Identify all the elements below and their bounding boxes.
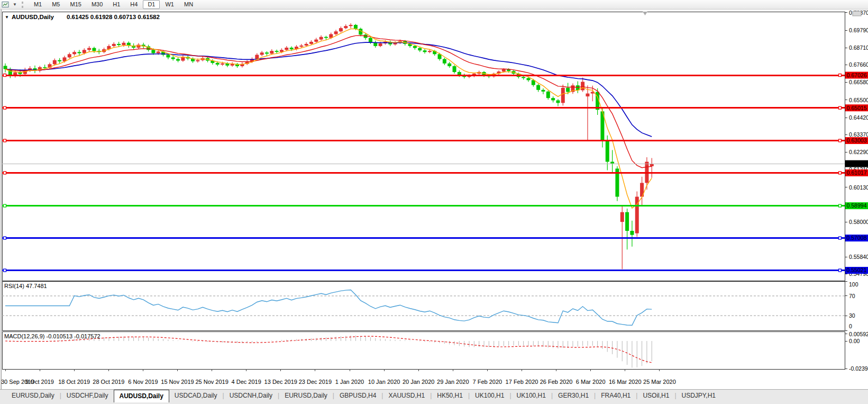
tab-fra40-h1[interactable]: FRA40,H1 [596, 390, 636, 402]
candle-body [344, 26, 348, 28]
chart-title-ohlc: 0.61425 0.61928 0.60713 0.61582 [67, 14, 160, 20]
axis-label: 0.63003 [847, 137, 867, 143]
axis-label: 17 Feb 2020 [506, 379, 538, 385]
line-anchor-handle[interactable] [839, 237, 842, 239]
candle-body [566, 88, 570, 92]
candle-body [83, 50, 86, 53]
toolbar: ▼ M1M5M15M30H1H4D1W1MN [0, 0, 868, 10]
chart-area[interactable]: 0.708700.697900.687100.676600.665800.655… [0, 10, 868, 389]
candle-body [606, 141, 609, 162]
tab-usdchf-daily[interactable]: USDCHF,Daily [61, 390, 114, 402]
line-anchor-handle[interactable] [4, 172, 6, 174]
axis-label: 0.55840 [849, 254, 868, 260]
candle-body [92, 48, 96, 51]
axis-label: 0.58994 [847, 202, 867, 209]
chart-title-symbol: AUDUSD,Daily [12, 14, 54, 20]
candle-body [625, 212, 629, 231]
tab-usoil-h1[interactable]: USOil,H1 [637, 390, 674, 402]
tab-uk100-h1[interactable]: UK100,H1 [470, 390, 509, 402]
tab-usdcad-daily[interactable]: USDCAD,Daily [169, 390, 223, 402]
mt4-window: ▼ M1M5M15M30H1H4D1W1MN 0.708700.697900.6… [0, 0, 868, 404]
timeframe-button-m15[interactable]: M15 [65, 0, 86, 9]
tab-eurusd-daily[interactable]: EURUSD,Daily [279, 390, 333, 402]
axis-label: 0.65015 [847, 105, 867, 111]
candle-body [285, 48, 288, 50]
candle-body [157, 51, 160, 53]
line-anchor-handle[interactable] [839, 269, 842, 272]
candle-body [58, 60, 61, 61]
line-anchor-handle[interactable] [839, 172, 842, 174]
timeframe-button-m1[interactable]: M1 [29, 0, 47, 9]
candle-body [423, 50, 427, 52]
line-anchor-handle[interactable] [839, 74, 842, 77]
candle-body [72, 52, 76, 54]
candle-body [151, 50, 155, 53]
tab-eurusd-daily[interactable]: EURUSD,Daily [6, 390, 60, 402]
candle-body [443, 59, 446, 63]
timeframe-button-m5[interactable]: M5 [47, 0, 65, 9]
timeframe-button-d1[interactable]: D1 [143, 0, 160, 9]
candle-body [4, 66, 7, 69]
axis-label: 18 Oct 2019 [58, 379, 90, 385]
candle-body [324, 37, 328, 38]
tab-audusd-daily[interactable]: AUDUSD,Daily [114, 390, 169, 402]
axis-label: 9 Oct 2019 [25, 379, 54, 385]
candle-body [428, 51, 432, 52]
line-anchor-handle[interactable] [839, 139, 842, 142]
axis-label: 4 Dec 2019 [232, 379, 261, 385]
timeframe-button-mn[interactable]: MN [179, 0, 198, 9]
axis-label: 7 Feb 2020 [473, 379, 502, 385]
chart-scrollbar-thumb[interactable] [853, 11, 861, 16]
candle-body [260, 52, 264, 55]
candle-body [122, 43, 125, 45]
timeframe-button-h4[interactable]: H4 [125, 0, 142, 9]
axis-label: 6 Mar 2020 [576, 379, 606, 385]
axis-label: 0.61017 [847, 169, 867, 176]
candle-body [650, 164, 654, 166]
line-anchor-handle[interactable] [4, 106, 6, 109]
axis-label: 0.67026 [847, 72, 867, 78]
timeframe-button-h1[interactable]: H1 [108, 0, 125, 9]
tab-usdcnh-daily[interactable]: USDCNH,Daily [224, 390, 278, 402]
candle-body [87, 48, 91, 50]
candle-body [68, 54, 71, 57]
tab-gbpusd-h4[interactable]: GBPUSD,H4 [334, 390, 381, 402]
line-anchor-handle[interactable] [4, 204, 6, 207]
axis-label: 0.62290 [849, 149, 868, 155]
line-anchor-handle[interactable] [839, 204, 842, 207]
line-anchor-handle[interactable] [4, 74, 6, 77]
timeframe-button-m30[interactable]: M30 [87, 0, 107, 9]
line-anchor-handle[interactable] [4, 237, 6, 239]
chart-type-icon[interactable] [2, 1, 11, 8]
candle-body [447, 64, 451, 66]
tab-usdjpy-h1[interactable]: USDJPY,H1 [677, 390, 721, 402]
axis-label: 25 Mar 2020 [643, 379, 676, 385]
candle-body [43, 67, 47, 68]
line-anchor-handle[interactable] [4, 139, 6, 142]
candle-body [53, 60, 57, 65]
candle-body [468, 76, 471, 77]
axis-label: 0.64420 [849, 114, 868, 121]
tab-xauusd-h1[interactable]: XAUUSD,H1 [383, 390, 430, 402]
axis-label: 0.60130 [849, 184, 868, 191]
chart-title-caret-icon[interactable]: ▼ [5, 15, 9, 20]
candle-body [581, 82, 584, 90]
rsi-panel[interactable] [2, 281, 845, 330]
candle-body [526, 78, 530, 80]
axis-label: 0.65500 [849, 97, 868, 103]
candle-body [270, 51, 273, 53]
tab-hk50-h1[interactable]: HK50,H1 [432, 390, 468, 402]
candle-body [112, 44, 116, 46]
timeframe-button-w1[interactable]: W1 [160, 0, 179, 9]
toolbar-drag-handle[interactable] [22, 2, 25, 8]
line-anchor-handle[interactable] [4, 269, 6, 272]
candle-body [275, 51, 279, 52]
tab-ger30-h1[interactable]: GER30,H1 [553, 390, 594, 402]
candle-body [561, 88, 565, 103]
line-anchor-handle[interactable] [839, 106, 842, 109]
candle-body [551, 98, 555, 100]
candle-body [630, 231, 634, 235]
chart-type-dropdown-icon[interactable]: ▼ [12, 1, 20, 9]
tab-uk100-h1[interactable]: UK100,H1 [511, 390, 551, 402]
axis-label: 13 Dec 2019 [264, 379, 297, 385]
